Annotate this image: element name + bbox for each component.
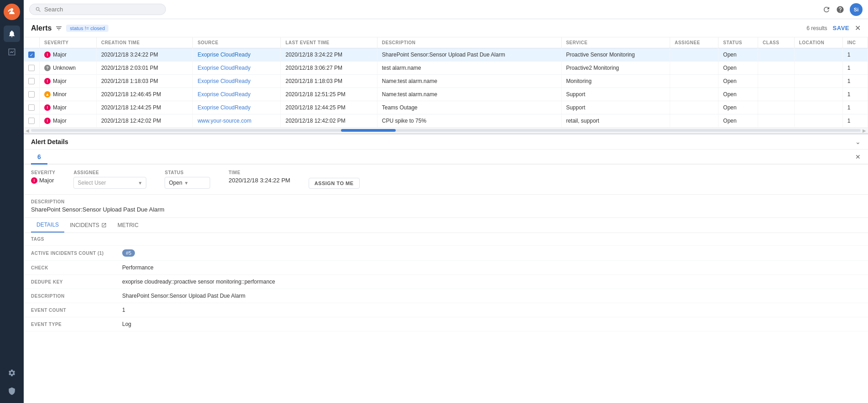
tab-incidents[interactable]: INCIDENTS [64,218,112,232]
inner-tabs: DETAILS INCIDENTS METRIC [24,218,868,233]
status-dropdown[interactable]: Open ▼ [165,177,210,189]
table-row[interactable]: ▲ Minor 2020/12/18 12:46:45 PM Exoprise … [24,88,868,101]
class-cell [758,75,795,88]
location-cell [794,75,842,88]
severity-cell: ? Unknown [44,65,92,71]
tab-metric[interactable]: METRIC [112,218,144,232]
inc-cell: 1 [842,114,868,128]
sidebar-item-settings[interactable] [4,365,20,381]
inc-cell: 1 [842,88,868,101]
detail-row: ACTIVE INCIDENTS COUNT (1) #5 [24,246,868,261]
class-cell [758,114,795,128]
th-assignee: ASSIGNEE [670,37,718,48]
tab-details[interactable]: DETAILS [31,218,64,232]
row-checkbox[interactable] [28,65,35,71]
scrollbar-thumb[interactable] [341,129,396,132]
row-checkbox[interactable] [28,78,35,84]
details-content: TAGS ACTIVE INCIDENTS COUNT (1) #5 CHECK… [24,233,868,403]
th-severity: SEVERITY [40,37,97,48]
status-field: STATUS Open ▼ [165,170,210,189]
alerts-title: Alerts [31,24,52,32]
alerts-header: Alerts status != closed 6 results SAVE ✕ [24,19,868,37]
scroll-right-icon[interactable]: ▶ [863,128,866,133]
th-last-event-time: LAST EVENT TIME [281,37,377,48]
alerts-table-container: SEVERITY CREATION TIME SOURCE LAST EVENT… [24,37,868,134]
sidebar-item-dashboard[interactable] [4,44,20,60]
detail-row: CHECK Performance [24,261,868,275]
creation-time-cell: 2020/12/18 1:18:03 PM [96,75,192,88]
th-checkbox [24,37,40,48]
select-user-dropdown[interactable]: Select User ▼ [73,177,146,189]
class-cell [758,88,795,101]
detail-row: EVENT TYPE Log [24,317,868,331]
filter-tag: status != closed [66,25,108,32]
last-event-time-cell: 2020/12/18 12:44:25 PM [281,101,377,114]
main-area: Si Alerts status != closed 6 results SAV… [24,0,868,403]
assignee-field: ASSIGNEE Select User ▼ [73,170,146,189]
row-checkbox[interactable] [28,104,35,111]
admin-icon [8,387,16,395]
th-location: LOCATION [794,37,842,48]
row-checkbox[interactable]: ✓ [28,52,35,58]
details-collapse-icon[interactable]: ⌄ [855,138,861,145]
detail-row: TAGS [24,233,868,246]
close-alerts-button[interactable]: ✕ [855,24,861,32]
description-section: DESCRIPTION SharePoint Sensor:Sensor Upl… [24,195,868,218]
class-cell [758,62,795,75]
table-row[interactable]: ? Unknown 2020/12/18 2:03:01 PM Exoprise… [24,62,868,75]
sidebar-logo[interactable] [4,4,20,20]
sidebar-item-alerts[interactable] [4,26,20,42]
service-cell: Monitoring [561,75,670,88]
scroll-left-icon[interactable]: ◀ [26,128,29,133]
detail-row-label: EVENT TYPE [31,322,122,327]
severity-label: SEVERITY [31,170,55,175]
creation-time-cell: 2020/12/18 12:42:02 PM [96,114,192,128]
assignee-cell [670,75,718,88]
creation-time-cell: 2020/12/18 12:44:25 PM [96,101,192,114]
details-fields: SEVERITY ! Major ASSIGNEE Select User ▼ … [24,165,868,195]
details-title: Alert Details [31,138,68,145]
search-box[interactable] [29,4,166,15]
last-event-time-cell: 2020/12/18 1:18:03 PM [281,75,377,88]
alert-details: Alert Details ⌄ 6 ✕ SEVERITY ! Major [24,134,868,403]
creation-time-cell: 2020/12/18 2:03:01 PM [96,62,192,75]
horizontal-scrollbar[interactable]: ◀ ▶ [24,128,868,133]
assignee-label: ASSIGNEE [73,170,146,175]
table-row[interactable]: ! Major 2020/12/18 1:18:03 PM Exoprise C… [24,75,868,88]
refresh-icon[interactable] [822,5,831,14]
description-label: DESCRIPTION [31,199,861,204]
last-event-time-cell: 2020/12/18 3:24:22 PM [281,48,377,62]
scrollbar-track[interactable] [31,129,861,132]
description-text: SharePoint Sensor:Sensor Upload Past Due… [31,206,861,213]
sidebar-item-admin[interactable] [4,383,20,399]
table-row[interactable]: ! Major 2020/12/18 12:44:25 PM Exoprise … [24,101,868,114]
save-button[interactable]: SAVE [833,25,849,31]
detail-row-label: TAGS [31,237,122,242]
last-event-time-cell: 2020/12/18 12:42:02 PM [281,114,377,128]
help-icon[interactable] [836,5,844,14]
status-cell: Open [718,62,758,75]
service-cell: retail, support [561,114,670,128]
search-input[interactable] [44,6,154,13]
row-checkbox[interactable] [28,118,35,124]
description-cell: SharePoint Sensor:Sensor Upload Past Due… [377,48,561,62]
row-checkbox[interactable] [28,91,35,98]
creation-time-cell: 2020/12/18 3:24:22 PM [96,48,192,62]
assign-to-me-button[interactable]: ASSIGN TO ME [309,178,360,189]
table-row[interactable]: ✓ ! Major 2020/12/18 3:24:22 PM Exoprise… [24,48,868,62]
severity-icon: ! [44,78,51,84]
details-close-x[interactable]: ✕ [855,153,861,160]
source-cell: Exoprise CloudReady [193,75,281,88]
table-row[interactable]: ! Major 2020/12/18 12:42:02 PM www.your-… [24,114,868,128]
source-cell: Exoprise CloudReady [193,48,281,62]
status-cell: Open [718,88,758,101]
avatar: Si [850,3,863,16]
filter-icon[interactable] [55,25,62,32]
status-cell: Open [718,48,758,62]
status-cell: Open [718,75,758,88]
topbar: Si [24,0,868,19]
creation-time-cell: 2020/12/18 12:46:45 PM [96,88,192,101]
details-tab-number[interactable]: 6 [31,150,47,165]
description-cell: Name:test alarm.name [377,75,561,88]
location-cell [794,114,842,128]
